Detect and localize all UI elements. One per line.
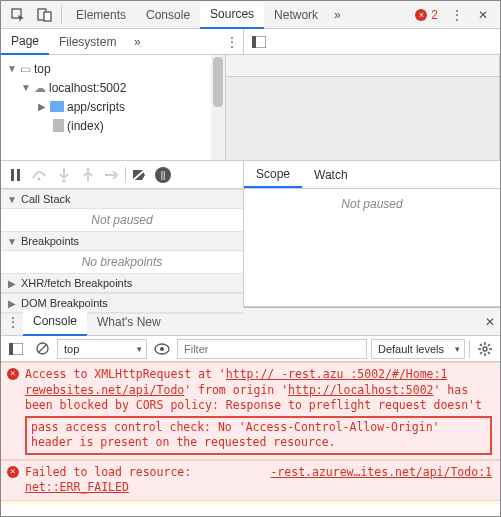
log-source-link[interactable]: -rest.azurew…ites.net/api/Todo:1 [270, 465, 492, 481]
navigator-menu-icon[interactable]: ⋮ [221, 35, 243, 49]
step-icon[interactable] [101, 165, 123, 185]
svg-point-10 [105, 173, 107, 176]
error-icon: × [415, 9, 427, 21]
svg-line-25 [480, 352, 482, 354]
tree-label: localhost:5002 [49, 81, 126, 95]
log-levels-selector[interactable]: Default levels [371, 339, 465, 359]
chevron-right-icon: ▶ [7, 298, 17, 309]
step-out-icon[interactable] [77, 165, 99, 185]
kebab-menu-icon[interactable]: ⋮ [444, 3, 470, 27]
clear-console-icon[interactable] [31, 342, 53, 355]
log-url: http://localhost:5002 [288, 383, 433, 397]
chevron-down-icon: ▼ [7, 63, 17, 74]
more-subtabs-icon[interactable]: » [126, 35, 148, 49]
close-devtools-icon[interactable]: ✕ [470, 3, 496, 27]
tab-network[interactable]: Network [264, 1, 328, 28]
device-toggle-icon[interactable] [31, 3, 57, 27]
divider [61, 6, 62, 24]
highlighted-error: pass access control check: No 'Access-Co… [25, 416, 492, 455]
subtab-label: Filesystem [59, 35, 116, 49]
console-warning-sourcemap[interactable]: DevTools failed to parse SourceMap: chro… [1, 501, 500, 505]
toggle-sidebar-icon[interactable] [248, 36, 270, 48]
cloud-icon: ☁ [34, 81, 46, 95]
section-title: XHR/fetch Breakpoints [21, 277, 132, 289]
tab-sources[interactable]: Sources [200, 2, 264, 29]
close-drawer-icon[interactable]: ✕ [480, 315, 500, 329]
tree-folder[interactable]: ▶ app/scripts [7, 97, 219, 116]
console-error-failed[interactable]: Failed to load resource: -rest.azurew…it… [1, 460, 500, 501]
error-count-badge[interactable]: × 2 [415, 8, 438, 22]
editor-pane [226, 55, 500, 160]
tab-console[interactable]: Console [136, 1, 200, 28]
breakpoints-empty: No breakpoints [1, 251, 243, 273]
window-icon: ▭ [20, 62, 31, 76]
chevron-right-icon: ▶ [7, 278, 17, 289]
tab-label: Console [146, 8, 190, 22]
pause-exceptions-icon[interactable]: || [152, 165, 174, 185]
live-expression-icon[interactable] [151, 343, 173, 355]
step-over-icon[interactable] [29, 165, 51, 185]
svg-line-23 [480, 344, 482, 346]
tab-label: Sources [210, 7, 254, 21]
tree-root[interactable]: ▼ ▭ top [7, 59, 219, 78]
tree-file[interactable]: (index) [7, 116, 219, 135]
svg-rect-6 [17, 169, 20, 181]
log-text: Failed to load resource: [25, 465, 191, 479]
divider [125, 167, 126, 183]
inspect-icon[interactable] [5, 3, 31, 27]
tab-scope[interactable]: Scope [244, 161, 302, 188]
context-value: top [64, 343, 79, 355]
more-tabs-icon[interactable]: » [328, 1, 347, 28]
context-selector[interactable]: top [57, 339, 147, 359]
log-text: ' from origin ' [184, 383, 288, 397]
svg-line-24 [488, 352, 490, 354]
navigator-scrollbar[interactable] [211, 55, 225, 160]
tree-label: app/scripts [67, 100, 125, 114]
chevron-down-icon: ▼ [7, 194, 17, 205]
tab-label: Scope [256, 167, 290, 181]
error-icon [7, 466, 19, 478]
tab-label: Network [274, 8, 318, 22]
error-icon [7, 368, 19, 380]
log-text: Access to XMLHttpRequest at ' [25, 367, 226, 381]
tab-label: Elements [76, 8, 126, 22]
section-xhr-breakpoints[interactable]: ▶XHR/fetch Breakpoints [1, 273, 243, 293]
svg-point-7 [38, 177, 41, 180]
log-url: rewebsites.net/api/Todo [25, 383, 184, 397]
console-error-cors[interactable]: Access to XMLHttpRequest at 'http:// -re… [1, 362, 500, 460]
svg-rect-2 [44, 12, 51, 21]
section-title: Breakpoints [21, 235, 79, 247]
tab-label: Watch [314, 168, 348, 182]
console-filter-input[interactable] [177, 339, 367, 359]
file-icon [53, 119, 64, 132]
section-title: Call Stack [21, 193, 71, 205]
deactivate-breakpoints-icon[interactable] [128, 165, 150, 185]
svg-rect-13 [9, 343, 13, 355]
step-into-icon[interactable] [53, 165, 75, 185]
levels-value: Default levels [378, 343, 444, 355]
drawer-menu-icon[interactable]: ⋮ [3, 315, 23, 329]
drawer-tab-console[interactable]: Console [23, 309, 87, 336]
tab-label: Console [33, 314, 77, 328]
tab-watch[interactable]: Watch [302, 161, 360, 188]
subtab-filesystem[interactable]: Filesystem [49, 29, 126, 54]
section-call-stack[interactable]: ▼Call Stack [1, 189, 243, 209]
console-settings-icon[interactable] [474, 342, 496, 356]
section-breakpoints[interactable]: ▼Breakpoints [1, 231, 243, 251]
divider [469, 340, 470, 358]
tree-label: top [34, 62, 51, 76]
svg-point-9 [87, 168, 90, 171]
tab-elements[interactable]: Elements [66, 1, 136, 28]
sidebar-toggle-icon[interactable] [5, 343, 27, 355]
subtab-page[interactable]: Page [1, 30, 49, 55]
tab-label: What's New [97, 315, 161, 329]
tree-label: (index) [67, 119, 104, 133]
tree-origin[interactable]: ▼ ☁ localhost:5002 [7, 78, 219, 97]
pause-icon[interactable] [5, 165, 27, 185]
svg-point-17 [160, 347, 164, 351]
drawer-tab-whatsnew[interactable]: What's New [87, 308, 171, 335]
scope-empty: Not paused [244, 189, 500, 215]
chevron-down-icon: ▼ [7, 236, 17, 247]
svg-rect-4 [252, 36, 256, 48]
svg-point-18 [483, 347, 487, 351]
